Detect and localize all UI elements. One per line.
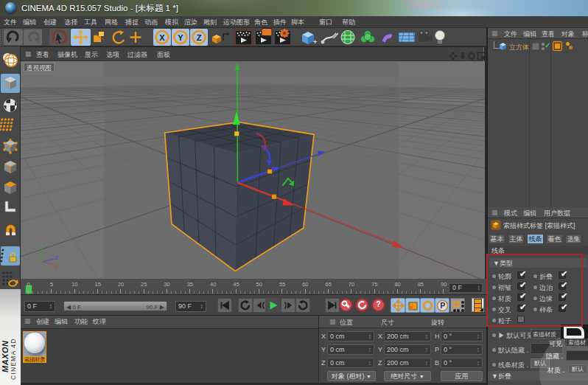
svg-text:Y: Y	[39, 243, 43, 250]
svg-text:Y: Y	[178, 33, 183, 42]
svg-text:X: X	[159, 33, 165, 42]
svg-text:Z: Z	[197, 33, 202, 42]
svg-text:Z: Z	[55, 254, 58, 261]
svg-text:P: P	[441, 302, 446, 310]
svg-text:X: X	[55, 263, 60, 270]
svg-text:+: +	[313, 38, 317, 46]
